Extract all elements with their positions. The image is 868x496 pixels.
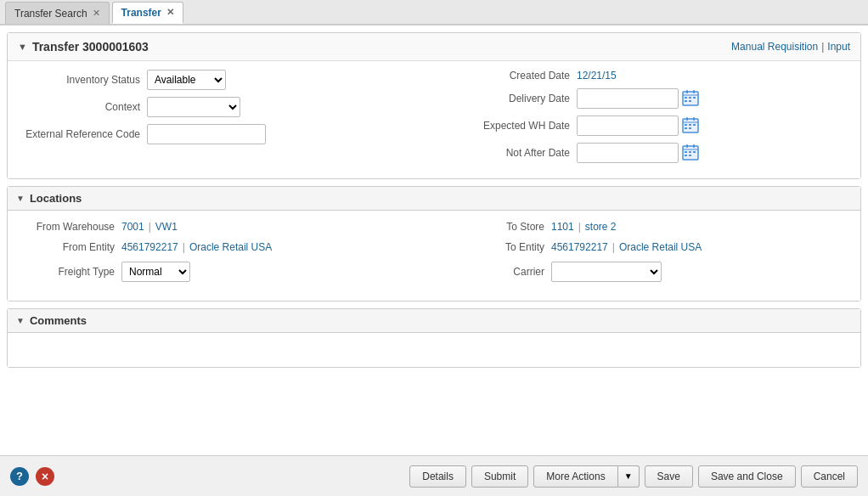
svg-rect-11	[693, 117, 695, 121]
to-store-row: To Store 1101 | store 2	[451, 221, 847, 233]
context-label: Context	[21, 101, 140, 113]
manual-requisition-link[interactable]: Manual Requisition	[731, 41, 818, 53]
save-button[interactable]: Save	[645, 465, 693, 488]
svg-rect-25	[685, 155, 687, 156]
from-entity-row: From Entity 4561792217 | Oracle Retail U…	[21, 241, 417, 253]
tab-bar: Transfer Search ✕ Transfer ✕	[0, 0, 868, 25]
from-entity-sep: |	[183, 241, 185, 253]
locations-title: Locations	[30, 192, 82, 205]
svg-rect-15	[693, 124, 696, 126]
locations-body: From Warehouse 7001 | VW1 From Entity 45…	[8, 211, 860, 301]
svg-rect-19	[686, 144, 688, 148]
discard-button[interactable]: ×	[36, 467, 54, 486]
svg-rect-14	[689, 124, 691, 126]
tab-transfer-label: Transfer	[121, 7, 161, 19]
locations-header: ▼ Locations	[8, 187, 860, 211]
svg-rect-23	[689, 151, 691, 153]
tab-transfer-search-close[interactable]: ✕	[93, 8, 100, 19]
freight-type-label: Freight Type	[21, 266, 115, 278]
locations-right-col: To Store 1101 | store 2 To Entity 456179…	[417, 221, 847, 290]
to-store-label: To Store	[451, 221, 544, 233]
save-close-button[interactable]: Save and Close	[698, 465, 796, 488]
to-store-sep: |	[578, 221, 581, 233]
more-actions-group: More Actions ▼	[533, 465, 639, 488]
details-button[interactable]: Details	[409, 465, 466, 488]
tab-transfer-search-label: Transfer Search	[14, 8, 87, 20]
submit-button[interactable]: Submit	[471, 465, 528, 488]
footer-left: ? ×	[10, 467, 404, 486]
delivery-date-row: Delivery Date	[451, 88, 847, 109]
tab-transfer[interactable]: Transfer ✕	[112, 2, 183, 24]
svg-rect-20	[693, 144, 695, 148]
context-select[interactable]	[147, 97, 240, 117]
to-entity-id[interactable]: 4561792217	[551, 241, 608, 253]
expected-wh-row: Expected WH Date	[451, 116, 847, 136]
locations-collapse-arrow[interactable]: ▼	[16, 194, 25, 203]
created-date-value: 12/21/15	[577, 70, 617, 82]
transfer-left-col: Inventory Status Available Unavailable C…	[21, 70, 417, 170]
freight-type-select[interactable]: Normal Express Economy	[121, 262, 190, 282]
svg-rect-7	[685, 100, 687, 102]
comments-header: ▼ Comments	[8, 309, 860, 333]
svg-rect-5	[689, 97, 691, 99]
tab-transfer-close[interactable]: ✕	[166, 7, 174, 18]
expected-wh-label: Expected WH Date	[451, 120, 570, 132]
to-store-id[interactable]: 1101	[551, 221, 574, 233]
locations-form: From Warehouse 7001 | VW1 From Entity 45…	[21, 221, 847, 290]
comments-collapse-arrow[interactable]: ▼	[16, 316, 25, 325]
created-date-row: Created Date 12/21/15	[451, 70, 847, 82]
comments-title: Comments	[30, 314, 87, 327]
transfer-section: ▼ Transfer 3000001603 Manual Requisition…	[7, 32, 861, 179]
transfer-right-col: Created Date 12/21/15 Delivery Date	[417, 70, 847, 170]
from-entity-name[interactable]: Oracle Retail USA	[189, 241, 272, 253]
svg-rect-10	[686, 117, 688, 121]
input-link[interactable]: Input	[827, 41, 850, 53]
delivery-date-label: Delivery Date	[451, 93, 570, 104]
footer-bar: ? × Details Submit More Actions ▼ Save S…	[0, 455, 868, 496]
svg-rect-26	[689, 155, 691, 156]
transfer-body: Inventory Status Available Unavailable C…	[8, 61, 860, 178]
main-content: ▼ Transfer 3000001603 Manual Requisition…	[0, 25, 868, 496]
inventory-status-row: Inventory Status Available Unavailable	[21, 70, 417, 90]
carrier-select[interactable]	[551, 262, 662, 282]
delivery-date-input[interactable]	[577, 88, 679, 109]
carrier-label: Carrier	[451, 266, 544, 278]
not-after-calendar-icon[interactable]	[682, 144, 701, 162]
context-row: Context	[21, 97, 417, 117]
transfer-title-text: Transfer 3000001603	[32, 40, 149, 54]
svg-rect-24	[693, 151, 696, 153]
svg-rect-17	[689, 127, 691, 129]
svg-rect-6	[693, 97, 696, 99]
expected-wh-input[interactable]	[577, 116, 679, 136]
svg-rect-8	[689, 100, 691, 102]
comments-body	[8, 333, 860, 367]
cancel-button[interactable]: Cancel	[801, 465, 858, 488]
locations-left-col: From Warehouse 7001 | VW1 From Entity 45…	[21, 221, 417, 290]
expected-wh-calendar-icon[interactable]	[682, 116, 701, 135]
scroll-area[interactable]: ▼ Transfer 3000001603 Manual Requisition…	[0, 25, 868, 455]
to-entity-name[interactable]: Oracle Retail USA	[619, 241, 702, 253]
from-warehouse-name[interactable]: VW1	[155, 221, 178, 233]
external-ref-row: External Reference Code	[21, 124, 417, 144]
from-entity-id[interactable]: 4561792217	[121, 241, 178, 253]
from-warehouse-label: From Warehouse	[21, 221, 115, 233]
created-date-label: Created Date	[451, 70, 570, 82]
inventory-status-select[interactable]: Available Unavailable	[147, 70, 226, 90]
transfer-collapse-arrow[interactable]: ▼	[18, 42, 27, 52]
from-warehouse-id[interactable]: 7001	[121, 221, 144, 233]
more-actions-button[interactable]: More Actions	[533, 465, 617, 488]
delivery-date-calendar-icon[interactable]	[682, 89, 701, 108]
external-ref-input[interactable]	[147, 124, 266, 144]
to-store-name[interactable]: store 2	[585, 221, 617, 233]
svg-rect-4	[685, 97, 687, 99]
from-entity-label: From Entity	[21, 241, 115, 253]
help-button[interactable]: ?	[10, 467, 29, 486]
more-actions-arrow[interactable]: ▼	[618, 465, 640, 488]
locations-section: ▼ Locations From Warehouse 7001 | VW1	[7, 186, 861, 302]
link-separator: |	[821, 41, 824, 53]
from-warehouse-row: From Warehouse 7001 | VW1	[21, 221, 417, 233]
not-after-input[interactable]	[577, 143, 679, 163]
tab-transfer-search[interactable]: Transfer Search ✕	[5, 2, 110, 24]
freight-type-row: Freight Type Normal Express Economy	[21, 262, 417, 282]
not-after-label: Not After Date	[451, 147, 570, 159]
